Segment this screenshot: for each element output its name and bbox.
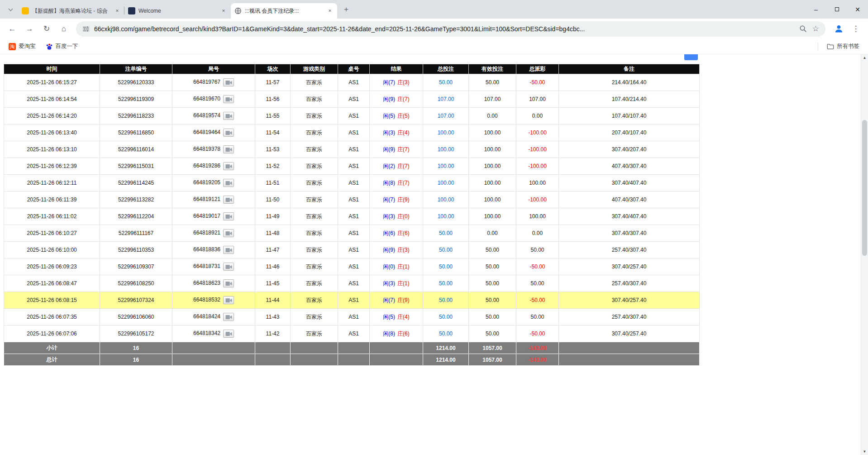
cell-table-no: AS1 [338,74,370,91]
result-banker: 庄(4) [397,129,410,136]
cell-total-bet: 50.00 [423,74,469,91]
result-banker: 庄(9) [397,297,410,303]
replay-camera-button[interactable] [223,212,234,220]
tab-title: 【新提醒】海燕策略论坛 - 综合 [32,7,110,15]
scroll-down-icon[interactable]: ▼ [861,450,868,454]
cell-bet-id: 522996109307 [100,259,172,275]
window-close-button[interactable]: ✕ [847,0,868,19]
replay-camera-button[interactable] [223,296,234,304]
all-bookmarks-button[interactable]: 所有书签 [824,41,863,52]
cell-time: 2025-11-26 06:10:27 [4,225,100,242]
tab-close-icon[interactable]: ✕ [114,7,121,14]
cell-bet-id: 522996116014 [100,141,172,158]
result-player: 闲(3) [383,213,395,220]
replay-camera-button[interactable] [223,246,234,254]
bookmarks-bar: 淘 爱淘宝 百度一下 所有书签 [0,39,868,54]
replay-camera-button[interactable] [223,313,234,321]
cell-bet-id: 522996105172 [100,326,172,342]
cell-total-bet: 107.00 [423,91,469,108]
tab-forum[interactable]: 【新提醒】海燕策略论坛 - 综合 ✕ [18,3,124,19]
cell-note: 307.40/307.40 [559,225,700,242]
cell-note: 257.40/307.40 [559,309,700,326]
scroll-up-icon[interactable]: ▲ [861,56,868,60]
globe-icon [234,7,242,14]
replay-camera-button[interactable] [223,78,234,86]
maximize-button[interactable] [826,0,847,19]
replay-camera-button[interactable] [223,263,234,271]
cell-payout: -50.00 [516,292,559,309]
tab-welcome[interactable]: Welcome ✕ [124,3,231,19]
total-total-bet: 1214.00 [423,354,469,366]
vertical-scrollbar[interactable]: ▲ ▼ [861,54,868,455]
chevron-down-icon [8,6,13,11]
total-label: 总计 [4,354,100,366]
table-row[interactable]: 2025-11-26 06:12:39 522996115031 6648192… [4,158,700,175]
home-button[interactable]: ⌂ [56,21,72,37]
replay-camera-button[interactable] [223,162,234,170]
table-row[interactable]: 2025-11-26 06:12:11 522996114245 6648192… [4,175,700,192]
bookmark-star-icon[interactable]: ☆ [812,24,819,34]
back-button[interactable]: ← [5,21,20,37]
table-row[interactable]: 2025-11-26 06:15:27 522996120333 6648197… [4,74,700,91]
cell-note: 307.40/207.40 [559,141,700,158]
table-row[interactable]: 2025-11-26 06:13:10 522996116014 6648193… [4,141,700,158]
table-row[interactable]: 2025-11-26 06:11:02 522996112204 6648190… [4,208,700,225]
tab-close-icon[interactable]: ✕ [326,7,334,14]
result-player: 闲(9) [383,146,395,153]
table-row[interactable]: 2025-11-26 06:14:54 522996119309 6648196… [4,91,700,108]
replay-camera-button[interactable] [223,279,234,287]
browser-menu-button[interactable]: ⋮ [848,21,863,37]
bookmark-baidu[interactable]: 百度一下 [43,41,81,52]
table-row[interactable]: 2025-11-26 06:13:40 522996116850 6648194… [4,125,700,141]
minimize-button[interactable]: – [806,0,826,19]
cell-time: 2025-11-26 06:14:20 [4,108,100,125]
replay-camera-button[interactable] [223,196,234,204]
subtotal-label: 小计 [4,342,100,354]
zoom-icon[interactable] [799,25,807,33]
replay-camera-button[interactable] [223,95,234,103]
replay-camera-button[interactable] [223,179,234,187]
round-number: 664818623 [193,280,220,286]
bookmark-taobao[interactable]: 淘 爱淘宝 [5,41,39,52]
cell-payout: 50.00 [516,309,559,326]
result-player: 闲(2) [383,163,395,169]
forward-button[interactable]: → [22,21,37,37]
replay-camera-button[interactable] [223,129,234,137]
table-row[interactable]: 2025-11-26 06:07:35 522996106060 6648184… [4,309,700,326]
cell-bet-id: 522996114245 [100,175,172,192]
cell-total-bet: 100.00 [423,208,469,225]
tab-bet-records[interactable]: :::视讯 会员下注纪录::: ✕ [231,3,337,19]
table-row[interactable]: 2025-11-26 06:09:23 522996109307 6648187… [4,259,700,275]
table-row[interactable]: 2025-11-26 06:07:06 522996105172 6648183… [4,326,700,342]
replay-camera-button[interactable] [223,112,234,120]
table-row[interactable]: 2025-11-26 06:11:39 522996113282 6648191… [4,192,700,208]
cell-game: 百家乐 [291,275,338,292]
cell-session: 11-53 [255,141,291,158]
cell-total-bet: 50.00 [423,225,469,242]
tab-title: Welcome [138,8,217,14]
col-header-session: 场次 [255,64,291,74]
replay-camera-button[interactable] [223,330,234,338]
new-tab-button[interactable]: + [340,3,353,16]
address-bar[interactable]: 66cxkj98.com/game/betrecord_search/kind3… [76,21,825,37]
table-row[interactable]: 2025-11-26 06:08:47 522996108250 6648186… [4,275,700,292]
table-row[interactable]: 2025-11-26 06:08:15 522996107324 6648185… [4,292,700,309]
reload-button[interactable]: ↻ [39,21,54,37]
cell-total-bet: 100.00 [423,158,469,175]
cell-total-bet: 50.00 [423,242,469,259]
cell-payout: 50.00 [516,242,559,259]
replay-camera-button[interactable] [223,229,234,237]
subtotal-total-bet: 1214.00 [423,342,469,354]
profile-avatar[interactable] [831,21,846,37]
replay-camera-button[interactable] [223,145,234,153]
cell-valid-bet: 100.00 [469,208,516,225]
tab-close-icon[interactable]: ✕ [220,7,227,14]
table-row[interactable]: 2025-11-26 06:14:20 522996118233 6648195… [4,108,700,125]
partial-search-button[interactable] [684,54,698,60]
tab-search-button[interactable] [4,3,17,16]
tune-icon[interactable] [82,25,90,33]
table-row[interactable]: 2025-11-26 06:10:00 522996110353 6648188… [4,242,700,259]
table-row[interactable]: 2025-11-26 06:10:27 522996111167 6648189… [4,225,700,242]
bookmark-label: 百度一下 [56,43,78,50]
scrollbar-thumb[interactable] [862,120,867,256]
